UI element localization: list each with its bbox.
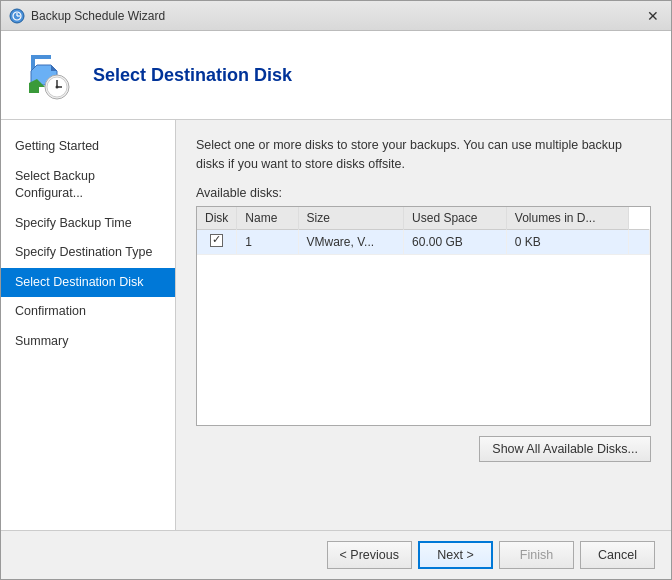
col-name: Name: [237, 207, 298, 230]
sidebar-item-getting-started[interactable]: Getting Started: [1, 132, 175, 162]
sidebar-item-summary[interactable]: Summary: [1, 327, 175, 357]
dialog-footer: < Previous Next > Finish Cancel: [1, 530, 671, 579]
col-volumes: Volumes in D...: [506, 207, 628, 230]
show-all-disks-button[interactable]: Show All Available Disks...: [479, 436, 651, 462]
table-header-row: Disk Name Size Used Space Volumes in D..…: [197, 207, 650, 230]
table-row[interactable]: 1 VMware, V... 60.00 GB 0 KB: [197, 229, 650, 254]
main-content: Select one or more disks to store your b…: [176, 120, 671, 530]
col-used-space: Used Space: [404, 207, 507, 230]
header-icon: [21, 47, 77, 103]
sidebar: Getting Started Select Backup Configurat…: [1, 120, 176, 530]
main-window: Backup Schedule Wizard ✕ Select Destinat…: [0, 0, 672, 580]
cancel-button[interactable]: Cancel: [580, 541, 655, 569]
disk-checkbox-cell[interactable]: [197, 229, 237, 254]
show-all-container: Show All Available Disks...: [196, 436, 651, 462]
col-size: Size: [298, 207, 404, 230]
title-bar-icon: [9, 8, 25, 24]
sidebar-item-destination-type[interactable]: Specify Destination Type: [1, 238, 175, 268]
dialog-header: Select Destination Disk: [1, 31, 671, 120]
available-disks-label: Available disks:: [196, 186, 651, 200]
disks-table: Disk Name Size Used Space Volumes in D..…: [197, 207, 650, 255]
finish-button[interactable]: Finish: [499, 541, 574, 569]
header-title: Select Destination Disk: [93, 65, 292, 86]
svg-point-8: [56, 86, 59, 89]
next-button[interactable]: Next >: [418, 541, 493, 569]
disk-name: VMware, V...: [298, 229, 404, 254]
description-text: Select one or more disks to store your b…: [196, 136, 651, 174]
sidebar-item-confirmation[interactable]: Confirmation: [1, 297, 175, 327]
disk-size: 60.00 GB: [404, 229, 507, 254]
disk-number: 1: [237, 229, 298, 254]
previous-button[interactable]: < Previous: [327, 541, 412, 569]
sidebar-item-backup-time[interactable]: Specify Backup Time: [1, 209, 175, 239]
disk-checkbox[interactable]: [210, 234, 223, 247]
title-bar-text: Backup Schedule Wizard: [31, 9, 643, 23]
dialog-body: Getting Started Select Backup Configurat…: [1, 120, 671, 530]
col-disk: Disk: [197, 207, 237, 230]
close-button[interactable]: ✕: [643, 6, 663, 26]
disk-used-space: 0 KB: [506, 229, 628, 254]
disk-volumes: [628, 229, 649, 254]
disks-table-container: Disk Name Size Used Space Volumes in D..…: [196, 206, 651, 426]
sidebar-item-destination-disk[interactable]: Select Destination Disk: [1, 268, 175, 298]
sidebar-item-backup-config[interactable]: Select Backup Configurat...: [1, 162, 175, 209]
title-bar: Backup Schedule Wizard ✕: [1, 1, 671, 31]
